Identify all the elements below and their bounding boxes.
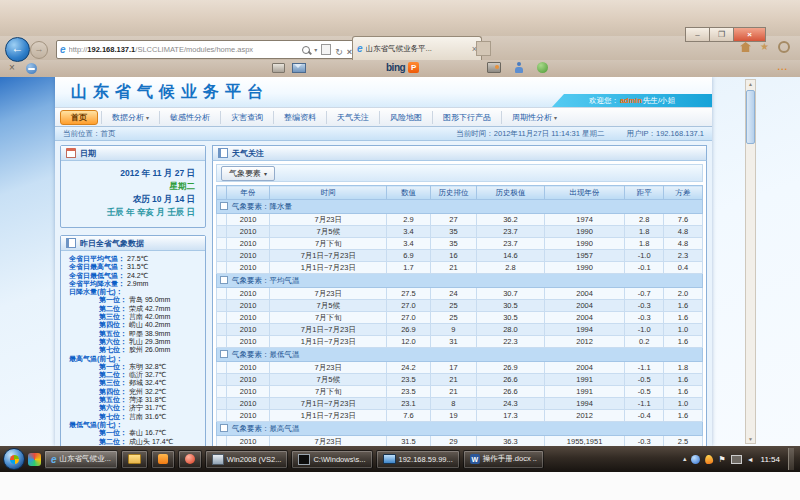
addon-icon[interactable] bbox=[26, 63, 37, 74]
url-text[interactable]: http://192.168.137.1/SLCCLIMATE/modules/… bbox=[69, 45, 300, 54]
table-row[interactable]: 20107月下旬27.02530.52004-0.31.6 bbox=[217, 312, 703, 324]
taskbar-button[interactable] bbox=[178, 450, 202, 469]
taskbar-button[interactable] bbox=[121, 450, 148, 469]
globe-icon[interactable] bbox=[537, 62, 548, 73]
panel-icon bbox=[218, 148, 228, 158]
volume-icon[interactable] bbox=[747, 456, 754, 463]
group-checkbox[interactable] bbox=[220, 276, 228, 284]
table-row[interactable]: 20107月5候23.52126.61991-0.51.6 bbox=[217, 374, 703, 386]
nav-item[interactable]: 整编资料 bbox=[273, 111, 326, 124]
contacts-icon[interactable] bbox=[514, 62, 524, 73]
table-group-row[interactable]: 气象要素：降水量 bbox=[217, 200, 703, 214]
forward-button[interactable]: → bbox=[30, 41, 48, 59]
search-icon[interactable] bbox=[302, 46, 310, 54]
group-checkbox[interactable] bbox=[220, 202, 228, 210]
table-row[interactable]: 20107月下旬23.52126.61991-0.51.6 bbox=[217, 386, 703, 398]
nav-item[interactable]: 周期性分析▾ bbox=[501, 111, 567, 124]
close-button[interactable]: × bbox=[733, 27, 766, 42]
cards-icon[interactable] bbox=[272, 63, 285, 73]
table-row[interactable]: 20107月5候27.02530.52004-0.31.6 bbox=[217, 300, 703, 312]
network-icon[interactable] bbox=[731, 455, 742, 464]
start-button[interactable] bbox=[3, 448, 25, 470]
scrollbar-thumb[interactable] bbox=[746, 90, 755, 144]
mail-icon[interactable] bbox=[292, 63, 306, 73]
main-panel-title: 天气关注 bbox=[232, 148, 264, 159]
addon-close-icon[interactable] bbox=[9, 62, 15, 73]
table-row[interactable]: 20107月1日~7月23日26.9928.01994-1.01.0 bbox=[217, 324, 703, 336]
group-checkbox[interactable] bbox=[220, 424, 228, 432]
taskbar-button[interactable] bbox=[151, 450, 175, 469]
table-group-row[interactable]: 气象要素：最高气温 bbox=[217, 422, 703, 436]
table-row[interactable]: 20101月1日~7月23日1.7212.81990-0.10.4 bbox=[217, 262, 703, 274]
favorites-star-icon[interactable] bbox=[760, 42, 769, 52]
taskbar-button[interactable]: C:\Windows\s... bbox=[291, 450, 372, 469]
show-desktop-button[interactable] bbox=[788, 448, 794, 470]
firefox-icon[interactable] bbox=[705, 454, 714, 464]
weather-line: 第三位：郯城 32.4℃ bbox=[69, 379, 201, 387]
nav-item[interactable]: 风险地图 bbox=[379, 111, 432, 124]
browser-tab[interactable]: e 山东省气候业务平... bbox=[352, 36, 482, 60]
weather-line: 最高气温(前七)： bbox=[69, 355, 201, 363]
action-center-flag-icon[interactable] bbox=[718, 455, 725, 464]
welcome-banner: 欢迎您：admin先生/小姐 bbox=[552, 94, 712, 107]
site-header: 山东省气候业务平台 欢迎您：admin先生/小姐 bbox=[55, 77, 712, 107]
maximize-button[interactable]: ❐ bbox=[709, 27, 733, 42]
autocomplete-dropdown-icon[interactable]: ▾ bbox=[314, 46, 317, 53]
table-column-header: 出现年份 bbox=[545, 186, 625, 200]
page-scrollbar[interactable]: ▲ ▼ bbox=[745, 79, 756, 444]
nav-item[interactable]: 首页 bbox=[60, 110, 98, 125]
nav-item[interactable]: 敏感性分析 bbox=[159, 111, 220, 124]
refresh-icon[interactable] bbox=[335, 41, 343, 59]
tab-title: 山东省气候业务平... bbox=[366, 44, 469, 54]
taskbar-button[interactable]: 操作手册.docx .. bbox=[463, 450, 544, 469]
table-row[interactable]: 20107月1日~7月23日23.1824.31994-1.11.0 bbox=[217, 398, 703, 410]
minimize-button[interactable]: – bbox=[685, 27, 709, 42]
new-tab-button[interactable] bbox=[476, 41, 491, 56]
address-bar[interactable]: e http://192.168.137.1/SLCCLIMATE/module… bbox=[56, 40, 356, 59]
taskbar-button[interactable]: 192.168.59.99... bbox=[376, 450, 460, 469]
weather-line: 第六位：济宁 31.7℃ bbox=[69, 404, 201, 412]
element-filter-button[interactable]: 气象要素▾ bbox=[221, 166, 275, 181]
camera-icon[interactable] bbox=[487, 62, 501, 73]
taskbar-button[interactable]: Win2008 (VS2... bbox=[205, 450, 289, 469]
table-row[interactable]: 20107月5候3.43523.719901.84.8 bbox=[217, 226, 703, 238]
table-row[interactable]: 20107月23日27.52430.72004-0.72.0 bbox=[217, 288, 703, 300]
table-row[interactable]: 20107月23日24.21726.92004-1.11.8 bbox=[217, 362, 703, 374]
date-line: 星期二 bbox=[71, 180, 195, 193]
nav-item[interactable]: 图形下行产品 bbox=[432, 111, 501, 124]
table-row[interactable]: 20107月23日2.92736.219742.87.6 bbox=[217, 214, 703, 226]
search-provider-icon[interactable]: P bbox=[408, 62, 419, 73]
nav-item[interactable]: 天气关注 bbox=[326, 111, 379, 124]
sidebar: 日期 2012 年 11 月 27 日星期二农历 10 月 14 日壬辰 年 辛… bbox=[60, 145, 206, 446]
more-options-icon[interactable]: ... bbox=[777, 62, 788, 72]
nav-item[interactable]: 灾害查询 bbox=[220, 111, 273, 124]
quick-launch-icon[interactable] bbox=[28, 453, 41, 466]
table-row[interactable]: 20101月1日~7月23日7.61917.32012-0.41.6 bbox=[217, 410, 703, 422]
group-checkbox[interactable] bbox=[220, 350, 228, 358]
weather-line: 第七位：莒南 31.6℃ bbox=[69, 413, 201, 421]
tools-gear-icon[interactable] bbox=[778, 41, 790, 53]
weather-line: 第二位：荣成 42.7mm bbox=[69, 305, 201, 313]
table-row[interactable]: 20101月1日~7月23日12.03122.320120.21.6 bbox=[217, 336, 703, 348]
table-row[interactable]: 20107月1日~7月23日6.91614.61957-1.02.3 bbox=[217, 250, 703, 262]
bing-logo[interactable]: bing P bbox=[386, 62, 419, 73]
table-group-row[interactable]: 气象要素：平均气温 bbox=[217, 274, 703, 288]
tray-expand-icon[interactable] bbox=[683, 455, 687, 463]
nav-item[interactable]: 数据分析▾ bbox=[101, 111, 159, 124]
table-row[interactable]: 20107月下旬3.43523.719901.84.8 bbox=[217, 238, 703, 250]
back-button[interactable]: ← bbox=[5, 37, 30, 62]
compatibility-view-icon[interactable] bbox=[321, 44, 331, 55]
scroll-up-icon[interactable]: ▲ bbox=[746, 80, 755, 88]
scroll-down-icon[interactable]: ▼ bbox=[746, 435, 755, 443]
table-toolbar: 气象要素▾ bbox=[216, 164, 703, 182]
taskbar-clock[interactable]: 11:54 bbox=[761, 455, 780, 464]
taskbar-button[interactable]: 山东省气候业... bbox=[44, 450, 118, 469]
weather-line: 第五位：菏泽 31.8℃ bbox=[69, 396, 201, 404]
table-row[interactable]: 20107月23日31.52936.31955,1951-0.32.5 bbox=[217, 436, 703, 447]
taskbar-button-icon bbox=[212, 454, 224, 465]
home-icon[interactable] bbox=[740, 42, 751, 52]
table-group-row[interactable]: 气象要素：最低气温 bbox=[217, 348, 703, 362]
tray-app-icon[interactable] bbox=[691, 455, 700, 464]
table-column-header: 方差 bbox=[664, 186, 703, 200]
weather-line: 第五位：即墨 38.9mm bbox=[69, 330, 201, 338]
